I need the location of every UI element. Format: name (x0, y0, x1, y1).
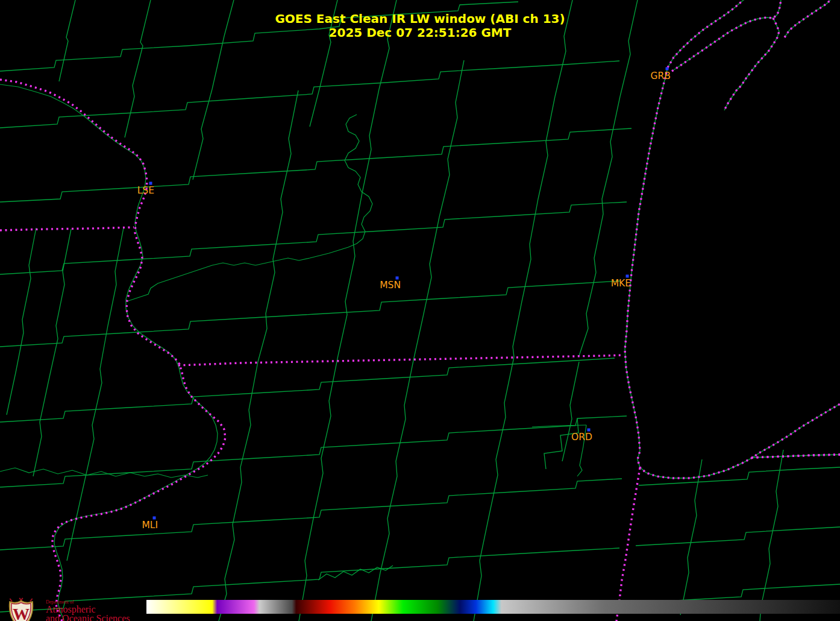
lake-shoreline (625, 68, 840, 478)
logo-text: Department of Atmospheric and Oceanic Sc… (46, 597, 130, 621)
title-line-timestamp: 2025 Dec 07 22:51:26 GMT (0, 26, 840, 40)
river-line (0, 468, 208, 478)
uw-aos-logo: W Department of Atmospheric and Oceanic … (4, 597, 130, 621)
temperature-colorbar (146, 600, 840, 614)
county-boundary-line (371, 361, 413, 621)
county-boundary-line (760, 450, 783, 621)
title-line-product: GOES East Clean IR LW window (ABI ch 13) (0, 12, 840, 26)
state-border-dotted (0, 227, 134, 230)
station-marker-MKE: MKE (611, 275, 631, 289)
station-marker-MSN: MSN (380, 277, 401, 291)
county-boundary-line (33, 229, 71, 476)
county-boundary-line (0, 281, 621, 347)
crest-monogram: W (13, 605, 30, 621)
county-boundary-line (0, 479, 622, 550)
station-dot-icon (666, 68, 669, 71)
station-label: ORD (571, 432, 592, 443)
state-border-dotted (616, 468, 640, 621)
lake-shoreline (751, 455, 840, 458)
station-label: MKE (611, 278, 631, 289)
station-marker-ORD: ORD (571, 429, 592, 443)
image-title: GOES East Clean IR LW window (ABI ch 13)… (0, 12, 840, 40)
county-boundary-line (0, 128, 632, 202)
logo-line-2: and Oceanic Sciences (46, 614, 130, 621)
county-boundary-line (92, 228, 124, 425)
county-boundary-line (579, 96, 620, 356)
county-boundary-line (413, 60, 464, 361)
county-boundary-line (639, 467, 840, 485)
lake-shoreline-dotted (625, 68, 840, 478)
county-boundary-line (67, 425, 94, 561)
uw-crest-icon: W (4, 597, 39, 621)
county-boundary-line (636, 527, 840, 546)
county-boundary-line (7, 228, 36, 415)
station-dot-icon (153, 517, 156, 520)
station-dot-icon (149, 182, 152, 185)
station-label: LSE (137, 185, 154, 196)
county-boundary-line (258, 90, 298, 362)
county-boundary-line (0, 61, 619, 128)
station-marker-GRB: GRB (651, 68, 671, 82)
satellite-map: LSEGRBMSNMKEORDMLI (0, 0, 840, 621)
station-marker-MLI: MLI (142, 517, 158, 531)
county-boundary-line (219, 362, 258, 621)
county-boundary-line (0, 202, 627, 274)
river-line (0, 84, 218, 620)
station-dot-icon (588, 429, 591, 432)
goes-satellite-viewer: LSEGRBMSNMKEORDMLI GOES East Clean IR LW… (0, 0, 840, 621)
county-boundary-line (562, 362, 579, 461)
county-boundary-line (338, 89, 379, 356)
river-line (127, 115, 372, 301)
station-label: MSN (380, 280, 401, 291)
state-border-dotted (0, 80, 225, 621)
station-dot-icon (626, 275, 629, 278)
station-label: MLI (142, 520, 158, 531)
state-border-dotted (178, 355, 624, 365)
county-boundary-line (299, 356, 338, 621)
station-marker-LSE: LSE (137, 182, 154, 197)
county-boundary-line (474, 357, 514, 621)
county-boundary-line (0, 358, 615, 422)
station-dot-icon (396, 277, 399, 280)
logo-line-1: Atmospheric (46, 605, 130, 614)
county-boundary-line (513, 96, 555, 357)
station-label: GRB (651, 71, 671, 81)
